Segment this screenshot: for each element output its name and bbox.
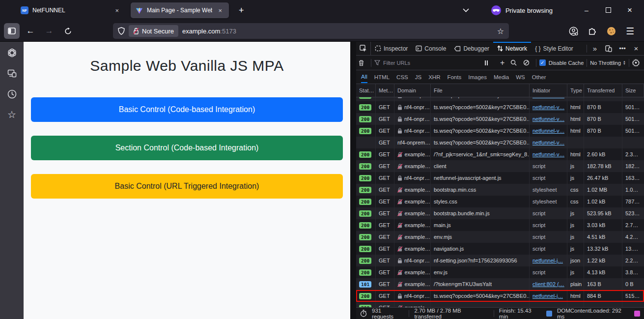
menu-hamburger-icon[interactable]: ☰ <box>626 26 634 37</box>
filter-css[interactable]: CSS <box>396 72 408 83</box>
control-button-1[interactable]: Section Control (Code-based Integration) <box>31 136 343 160</box>
extensions-puzzle-icon[interactable] <box>588 27 597 35</box>
history-clock-icon[interactable] <box>7 89 17 99</box>
initiator-cell: script <box>530 243 567 255</box>
tab-style-editor[interactable]: { } Style Editor <box>531 42 577 55</box>
tab-network[interactable]: Network <box>493 42 531 55</box>
url-bar[interactable]: Not Secure example.com:5173 ☆ <box>113 23 509 39</box>
file-cell: /?nf_pjk=service_1&nf_smk=segKey_8… <box>431 148 530 160</box>
table-row[interactable]: 200GETexample…/?nf_pjk=service_1&nf_smk=… <box>356 148 644 160</box>
filter-urls-input[interactable]: Filter URLs <box>383 60 410 66</box>
list-tabs-chevron-down-icon[interactable] <box>463 8 469 12</box>
column-header-type[interactable]: Type <box>567 84 584 97</box>
initiator-link[interactable]: netfunnel-j… <box>532 293 563 299</box>
filter-ws[interactable]: WS <box>516 72 525 83</box>
filter-js[interactable]: JS <box>415 72 421 83</box>
pause-icon[interactable] <box>485 60 495 65</box>
table-row[interactable]: 200GETnf4-onpr…netfunnel-javascript-agen… <box>356 172 644 184</box>
filter-html[interactable]: HTML <box>374 72 390 83</box>
filter-xhr[interactable]: XHR <box>428 72 440 83</box>
tab-close-icon[interactable]: × <box>113 6 121 15</box>
control-button-2[interactable]: Basic Control (URL Triggered Integration… <box>31 174 343 199</box>
pick-element-icon[interactable] <box>356 42 371 55</box>
tab-console[interactable]: Console <box>412 42 450 55</box>
bookmarks-star-icon[interactable]: ☆ <box>7 110 17 119</box>
column-header-file[interactable]: File <box>431 84 530 97</box>
filter-fonts[interactable]: Fonts <box>447 72 461 83</box>
status-badge: 200 <box>359 293 371 299</box>
maximize-button[interactable] <box>601 6 616 14</box>
ai-chatbot-icon[interactable] <box>7 48 17 58</box>
table-row[interactable]: 200GETnf4-onpr…ts.wseq?opcode=5004&key=2… <box>356 290 644 302</box>
method-cell: GET <box>376 97 394 101</box>
more-tabs-chevrons-icon[interactable]: » <box>589 44 601 53</box>
add-icon[interactable]: + <box>498 58 507 67</box>
filter-all[interactable]: All <box>361 71 367 83</box>
clear-requests-trash-icon[interactable] <box>358 59 368 66</box>
table-row[interactable]: 200GETnf4-onpr…nf-setting.json?nf=175623… <box>356 255 644 266</box>
initiator-link[interactable]: netfunnel-j… <box>532 258 563 263</box>
synced-tabs-icon[interactable] <box>7 68 17 78</box>
search-icon[interactable] <box>510 59 520 66</box>
table-row[interactable]: 200GETexample…env.jsscriptjs4.13 kB3.8… <box>356 266 644 278</box>
bookmark-star-icon[interactable]: ☆ <box>497 27 504 36</box>
back-button[interactable]: ← <box>23 23 38 39</box>
table-row[interactable]: 101GETexample…/?token=gmTKU3wsYaItclient… <box>356 278 644 290</box>
column-header-transferred[interactable]: Transferred <box>584 84 622 97</box>
table-row[interactable]: 200GETexample…main.jsscriptjs3.03 kB2.7… <box>356 219 644 231</box>
initiator-link[interactable]: netfunnel-v… <box>532 128 564 134</box>
initiator-link[interactable]: netfunnel-v… <box>532 140 564 145</box>
table-row[interactable]: 200GETexample…clientscriptjs182.78 kB182… <box>356 160 644 172</box>
responsive-design-icon[interactable] <box>603 45 615 52</box>
sidebar-toggle-button[interactable] <box>4 23 20 39</box>
column-header-initiator[interactable]: Initiator <box>530 84 567 97</box>
table-row[interactable]: 200GETnf4-onpr…ts.wseq?opcode=5002&key=2… <box>356 97 644 101</box>
block-icon[interactable] <box>523 59 533 66</box>
devtools-close-icon[interactable]: × <box>630 44 642 53</box>
cookie-icon[interactable] <box>607 27 616 36</box>
devtools-meatball-menu-icon[interactable]: ••• <box>616 45 628 52</box>
table-row[interactable]: 200GETnf4-onpr…ts.wseq?opcode=5002&key=2… <box>356 113 644 125</box>
initiator-link[interactable]: netfunnel-v… <box>532 97 564 98</box>
table-row[interactable]: 200GETexample…env.mjsscriptjs4.51 kB4.2… <box>356 231 644 243</box>
initiator-link[interactable]: client:802 (… <box>532 281 564 287</box>
disable-cache-checkbox[interactable]: ✓ <box>539 59 546 66</box>
initiator-link[interactable]: netfunnel-v… <box>532 104 564 110</box>
tab-inspector[interactable]: Inspector <box>371 42 412 55</box>
table-row[interactable]: 200GETnf4-onpr…ts.wseq?opcode=5002&key=2… <box>356 125 644 137</box>
table-row[interactable]: 200GETexample… <box>356 302 644 307</box>
table-row[interactable]: 200GETexample…bootstrap.bundle.min.jsscr… <box>356 207 644 219</box>
stopwatch-icon[interactable] <box>360 310 367 317</box>
table-row[interactable]: 200GETnf4-onpr…ts.wseq?opcode=5002&key=2… <box>356 101 644 113</box>
status-badge: 200 <box>359 163 371 170</box>
tab-debugger[interactable]: Debugger <box>450 42 493 55</box>
account-icon[interactable] <box>569 27 578 36</box>
throttling-select[interactable]: No Throttling ▲▼ <box>590 60 626 66</box>
forward-button[interactable]: → <box>41 23 57 39</box>
table-row[interactable]: 200GETexample…bootstrap.min.cssstyleshee… <box>356 184 644 196</box>
window-close-button[interactable]: × <box>622 5 637 15</box>
filter-other[interactable]: Other <box>532 72 546 83</box>
not-secure-chip[interactable]: Not Secure <box>129 25 178 37</box>
new-tab-button[interactable]: + <box>235 5 248 16</box>
tab-main-page[interactable]: Main Page - Sample Web × <box>131 2 229 18</box>
column-header-size[interactable]: Size <box>622 84 644 97</box>
tab-close-icon[interactable]: × <box>216 6 224 15</box>
minimize-button[interactable]: – <box>579 6 594 14</box>
reload-button[interactable] <box>60 23 76 39</box>
table-row[interactable]: 200GETexample…styles.cssstylesheetcss1.0… <box>356 196 644 207</box>
shield-icon[interactable] <box>118 27 125 35</box>
filter-images[interactable]: Images <box>468 72 487 83</box>
column-header-status[interactable]: Stat… <box>356 84 376 97</box>
initiator-link[interactable]: netfunnel-v… <box>532 151 564 157</box>
devtools-splitter[interactable] <box>350 42 356 319</box>
table-row[interactable]: 200GETexample…navigation.jsscriptjs13.32… <box>356 243 644 255</box>
column-header-method[interactable]: Met… <box>376 84 394 97</box>
table-row[interactable]: GETnf4-onprem…ts.wseq?opcode=5002&key=27… <box>356 137 644 148</box>
control-button-0[interactable]: Basic Control (Code-based Integration) <box>31 97 343 122</box>
column-header-domain[interactable]: Domain <box>394 84 431 97</box>
filter-media[interactable]: Media <box>494 72 509 83</box>
tab-netfunnel[interactable]: NF NetFUNNEL × <box>16 2 126 18</box>
network-settings-gear-icon[interactable] <box>632 59 642 66</box>
initiator-link[interactable]: netfunnel-v… <box>532 116 564 122</box>
